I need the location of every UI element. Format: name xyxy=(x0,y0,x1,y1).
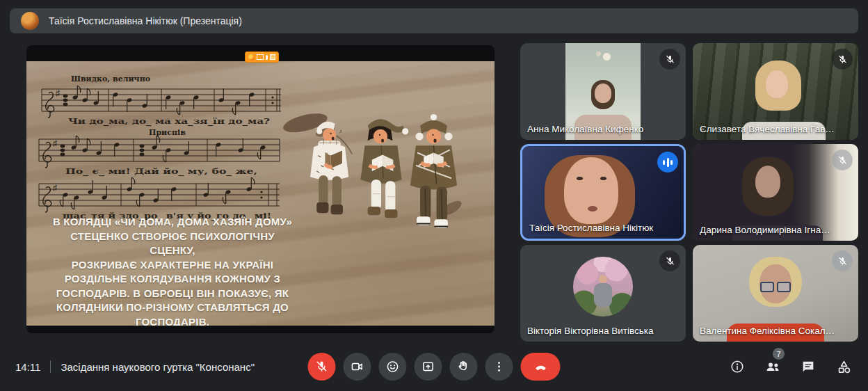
participant-tile[interactable]: Анна Миколаївна Кифенко xyxy=(520,43,686,140)
participant-tile-speaking[interactable]: Таїсія Ростиславівна Нікітюк xyxy=(520,144,686,241)
caption-line: ГОСПОДАРІВ. xyxy=(47,315,298,326)
participant-name: Анна Миколаївна Кифенко xyxy=(527,124,643,134)
meeting-details-button[interactable] xyxy=(728,358,746,376)
mic-off-icon xyxy=(665,54,675,65)
info-icon xyxy=(730,359,745,374)
svg-text:♪: ♪ xyxy=(339,128,342,134)
caption-line: КОЛЯДНИКИ ПО-РІЗНОМУ СТАВЛЯТЬСЯ ДО xyxy=(47,301,298,315)
participants-count-badge: 7 xyxy=(773,348,785,360)
hand-icon xyxy=(457,360,471,374)
lyrics-line-2: По_ є_ ми! Дай йо_ му, бо_ же, xyxy=(65,167,257,177)
mic-off-icon xyxy=(665,256,675,266)
meeting-title: Засідання наукового гуртка "Консонанс" xyxy=(61,361,255,373)
end-call-button[interactable] xyxy=(521,353,561,381)
tempo-label: Швидко, велично xyxy=(71,74,150,83)
mic-off-icon xyxy=(837,54,848,65)
chorus-label: Приспів xyxy=(149,128,186,137)
participant-name: Дарина Володимирівна Ігна… xyxy=(700,225,830,235)
participant-tile[interactable]: Дарина Володимирівна Ігна… xyxy=(693,144,858,241)
carolers-illustration: ♪ xyxy=(274,103,487,276)
mic-muted-chip xyxy=(832,250,853,271)
smiley-icon xyxy=(386,360,400,374)
present-screen-button[interactable] xyxy=(415,353,442,381)
sheet-music-graphic: Швидко, велично ♯ Чи до_ма, до_ ма ха_зя… xyxy=(32,72,312,221)
participant-tile[interactable]: Єлизавета Вячеславівна Гав… xyxy=(693,43,858,140)
more-options-button[interactable] xyxy=(485,353,513,381)
participant-avatar xyxy=(573,257,633,317)
presentation-banner-title: Таїсія Ростиславівна Нікітюк (Презентаці… xyxy=(49,15,242,26)
presentation-tile[interactable]: Швидко, велично ♯ Чи до_ма, до_ ма ха_зя… xyxy=(26,45,495,333)
people-button[interactable]: 7 xyxy=(764,358,782,376)
caption-line: РОЗДІЛЬНЕ КОЛЯДУВАННЯ КОЖНОМУ З xyxy=(47,272,298,287)
shared-display-icon xyxy=(257,54,264,60)
mic-muted-chip xyxy=(832,150,853,170)
shapes-icon xyxy=(836,359,852,375)
three-dots-icon xyxy=(492,360,506,374)
mic-muted-chip xyxy=(659,250,680,271)
svg-text:♯: ♯ xyxy=(53,138,57,148)
present-icon xyxy=(421,360,435,374)
mic-off-icon xyxy=(837,256,848,266)
chat-button[interactable] xyxy=(799,358,817,376)
slide-caption: В КОЛЯДЦІ «ЧИ ДОМА, ДОМА ХАЗЯЇН ДОМУ» СТ… xyxy=(47,215,298,326)
slide: Швидко, велично ♯ Чи до_ма, до_ ма ха_зя… xyxy=(26,61,495,326)
presenter-avatar xyxy=(21,12,39,30)
mic-off-icon xyxy=(837,155,848,166)
phone-hangup-icon xyxy=(533,359,548,374)
participant-name: Таїсія Ростиславівна Нікітюк xyxy=(529,223,653,233)
raise-hand-button[interactable] xyxy=(450,353,478,381)
svg-text:♯: ♯ xyxy=(53,183,57,193)
lyrics-line-1: Чи до_ма, до_ ма ха_зя_їн до_ма? xyxy=(68,117,270,127)
caption-line: ГОСПОДАРІВ. В ОБРОБЦІ ВІН ПОКАЗУЄ, ЯК xyxy=(47,287,298,301)
mic-muted-chip xyxy=(832,49,853,70)
caption-line: РОЗКРИВАЄ ХАРАКТЕРНЕ НА УКРАЇНІ xyxy=(47,258,298,273)
mic-off-icon xyxy=(315,360,329,374)
svg-text:♯: ♯ xyxy=(56,88,60,98)
screen-share-indicator[interactable] xyxy=(245,51,279,63)
participant-tile[interactable]: Вікторія Вікторівна Витівська xyxy=(520,245,686,342)
chat-icon xyxy=(801,359,816,374)
meet-window: Таїсія Ростиславівна Нікітюк (Презентаці… xyxy=(0,0,868,391)
mic-muted-chip xyxy=(659,49,680,70)
participant-name: Валентина Феліксівна Сокал… xyxy=(700,326,835,336)
shared-mic-icon xyxy=(266,55,268,60)
speaking-indicator xyxy=(657,152,678,173)
caption-line: СТЕЦЕНКО СТВОРЮЄ ПСИХОЛОГІЧНУ СЦЕНКУ, xyxy=(47,230,298,258)
control-bar: 14:11 Засідання наукового гуртка "Консон… xyxy=(0,342,868,391)
reactions-button[interactable] xyxy=(379,353,407,381)
activities-button[interactable] xyxy=(835,358,853,376)
camera-button[interactable] xyxy=(344,353,371,381)
people-icon xyxy=(764,358,781,375)
participant-name: Єлизавета Вячеславівна Гав… xyxy=(700,124,835,134)
caption-line: В КОЛЯДЦІ «ЧИ ДОМА, ДОМА ХАЗЯЇН ДОМУ» xyxy=(47,215,298,230)
share-stop-icon xyxy=(270,54,275,60)
participant-name: Вікторія Вікторівна Витівська xyxy=(527,326,653,336)
presentation-banner: Таїсія Ростиславівна Нікітюк (Презентаці… xyxy=(10,8,858,33)
clock-time: 14:11 xyxy=(15,361,40,373)
participant-tile[interactable]: Валентина Феліксівна Сокал… xyxy=(693,245,858,342)
microphone-button[interactable] xyxy=(308,353,336,381)
firefox-icon xyxy=(248,54,255,61)
camera-icon xyxy=(351,360,364,374)
divider xyxy=(50,360,51,373)
